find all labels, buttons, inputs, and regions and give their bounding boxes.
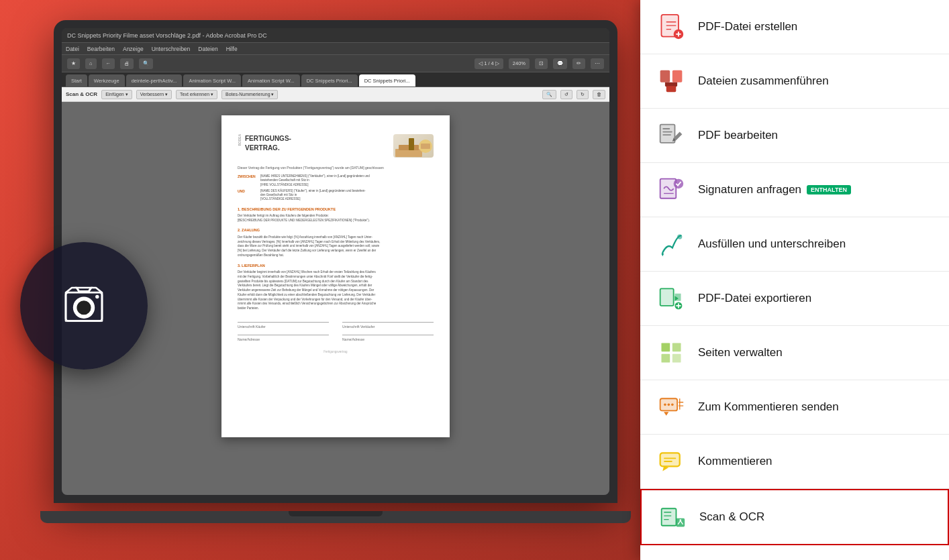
panel-label-comment: Kommentieren <box>698 455 772 468</box>
toolbar-search[interactable]: 🔍 <box>139 58 153 69</box>
toolbar-more[interactable]: ⋯ <box>591 58 604 69</box>
panel-label-manage-pages: Seiten verwalten <box>698 346 783 359</box>
tab-werkzeuge[interactable]: Werkzeuge <box>89 74 125 87</box>
edit-pdf-icon <box>658 122 685 149</box>
svg-rect-23 <box>660 288 674 305</box>
signatures-icon-container <box>656 175 686 205</box>
svg-point-42 <box>679 519 681 521</box>
tab-4[interactable]: Animation Script W... <box>183 74 241 87</box>
merge-files-icon <box>658 68 685 95</box>
panel-item-send-comment[interactable]: Zum Kommentieren senden <box>640 380 949 435</box>
panel-label-signatures: Signaturen anfragen <box>698 183 801 197</box>
svg-rect-13 <box>666 86 677 92</box>
panel-item-scan-ocr[interactable]: Scan & OCR <box>640 489 949 545</box>
create-pdf-icon-container <box>656 12 686 42</box>
svg-point-7 <box>95 294 99 298</box>
btn-einfuegen[interactable]: Einfügen ▾ <box>101 90 132 99</box>
svg-rect-4 <box>409 138 414 150</box>
panel-item-signatures[interactable]: Signaturen anfragen ENTHALTEN <box>640 163 949 217</box>
btn-nummerierung[interactable]: Botes-Nummerierung ▾ <box>221 90 278 99</box>
menu-dateien[interactable]: Dateien <box>198 46 217 52</box>
toolbar-print[interactable]: 🖨 <box>120 58 134 69</box>
tab-6[interactable]: DC Snippets Priori... <box>301 74 358 87</box>
panel-item-edit-pdf[interactable]: PDF bearbeiten <box>640 109 949 163</box>
panel-label-send-comment: Zum Kommentieren senden <box>698 400 839 414</box>
export-pdf-icon <box>658 285 685 312</box>
camera-icon <box>54 276 114 336</box>
panel-item-comment[interactable]: Kommentieren <box>640 435 949 489</box>
menu-hilfe[interactable]: Hilfe <box>226 46 238 52</box>
toolbar-star[interactable]: ★ <box>67 58 80 69</box>
toolbar-comment[interactable]: 💬 <box>553 58 567 69</box>
pdf-section1-title: 1. BESCHREIBUNG DER ZU FERTIGENDEN PRODU… <box>238 207 434 213</box>
tab-5[interactable]: Animation Script W... <box>242 74 300 87</box>
toolbar-pen[interactable]: ✏ <box>572 58 585 69</box>
toolbar-back[interactable]: ← <box>102 58 115 69</box>
camera-overlay <box>20 242 148 370</box>
panel-label-merge: Dateien zusammenführen <box>698 74 829 88</box>
btn-search-toolbar[interactable]: 🔍 <box>542 90 556 99</box>
pdf-footer: Fertigungsvertrag <box>238 350 434 354</box>
panel-item-create-pdf[interactable]: PDF-Datei erstellen <box>640 0 949 54</box>
panel-item-fill-sign[interactable]: Ausfüllen und unterschreiben <box>640 217 949 272</box>
panel-item-merge[interactable]: Dateien zusammenführen <box>640 54 949 109</box>
secondary-toolbar-label: Scan & OCR <box>66 91 97 97</box>
svg-rect-11 <box>660 70 670 82</box>
svg-point-21 <box>674 179 684 189</box>
btn-rotate-right[interactable]: ↻ <box>577 90 589 99</box>
svg-rect-18 <box>662 134 671 135</box>
svg-point-32 <box>664 404 666 406</box>
btn-text-erkennen[interactable]: Text erkennen ▾ <box>176 90 217 99</box>
acrobat-toolbar-top: ★ ⌂ ← 🖨 🔍 ◁ 1 / 4 ▷ 240% ⊡ 💬 ✏ ⋯ <box>62 55 609 72</box>
svg-point-22 <box>677 234 682 239</box>
toolbar-fit[interactable]: ⊡ <box>535 58 548 69</box>
badge-enthalten: ENTHALTEN <box>807 185 851 194</box>
menu-anzeige[interactable]: Anzeige <box>123 46 144 52</box>
laptop-frame: DC Snippets Priority Filme asset Vorschl… <box>54 20 617 503</box>
panel-item-protect[interactable]: Schützen <box>640 545 949 560</box>
pdf-logo: BODEA <box>238 134 242 146</box>
btn-rotate-left[interactable]: ↺ <box>560 90 572 99</box>
pdf-illustration <box>393 134 434 158</box>
svg-rect-12 <box>672 70 683 82</box>
fill-sign-icon-container <box>656 229 686 259</box>
scan-ocr-icon-container <box>658 502 687 532</box>
panel-label-scan-ocr: Scan & OCR <box>699 510 764 524</box>
svg-point-33 <box>668 404 670 406</box>
panel-label-fill-sign: Ausfüllen und unterschreiben <box>698 237 846 251</box>
acrobat-titlebar: DC Snippets Priority Filme asset Vorschl… <box>62 28 609 43</box>
acrobat-menubar: Datei Bearbeiten Anzeige Unterschreiben … <box>62 43 609 55</box>
pdf-name-label2: Name/Adresse <box>342 337 364 341</box>
svg-rect-37 <box>664 458 676 459</box>
pdf-page: BODEA FERTIGUNGS-VERTRAG. <box>221 115 450 437</box>
toolbar-page-nav[interactable]: ◁ 1 / 4 ▷ <box>474 58 503 69</box>
comment-icon <box>658 448 685 475</box>
protect-icon-container <box>656 557 686 560</box>
svg-rect-17 <box>662 131 672 133</box>
panel-label-create-pdf: PDF-Datei erstellen <box>698 20 797 34</box>
toolbar-zoom[interactable]: 240% <box>509 58 530 69</box>
btn-verbessern[interactable]: Verbessern ▾ <box>136 90 172 99</box>
tab-start[interactable]: Start <box>66 74 87 87</box>
menu-datei[interactable]: Datei <box>66 46 79 52</box>
panel-item-manage-pages[interactable]: Seiten verwalten <box>640 326 949 380</box>
pdf-sig-label1: Unterschrift Käufer <box>238 325 266 329</box>
pdf-section2-title: 2. ZAHLUNG <box>238 228 434 233</box>
svg-point-34 <box>671 404 674 406</box>
btn-delete[interactable]: 🗑 <box>593 90 605 99</box>
laptop-base <box>40 511 631 523</box>
menu-bearbeiten[interactable]: Bearbeiten <box>87 46 115 52</box>
menu-unterschreiben[interactable]: Unterschreiben <box>152 46 191 52</box>
pdf-name-row: Name/Adresse Name/Adresse <box>238 335 434 342</box>
toolbar-home[interactable]: ⌂ <box>85 58 97 69</box>
pdf-signature-row: Unterschrift Käufer Unterschrift Verkäuf… <box>238 322 434 329</box>
tab-active[interactable]: DC Snippets Priori... <box>359 74 415 87</box>
signatures-icon <box>658 176 685 203</box>
manage-pages-icon-container <box>656 338 686 368</box>
tab-3[interactable]: deintele-perthActiv... <box>126 74 183 87</box>
panel-item-export-pdf[interactable]: PDF-Datei exportieren <box>640 272 949 326</box>
pdf-section3-title: 3. LIEFERPLAN <box>238 264 434 269</box>
svg-rect-14 <box>660 125 675 143</box>
send-comment-icon-container <box>656 392 686 422</box>
manage-pages-icon <box>658 339 685 366</box>
